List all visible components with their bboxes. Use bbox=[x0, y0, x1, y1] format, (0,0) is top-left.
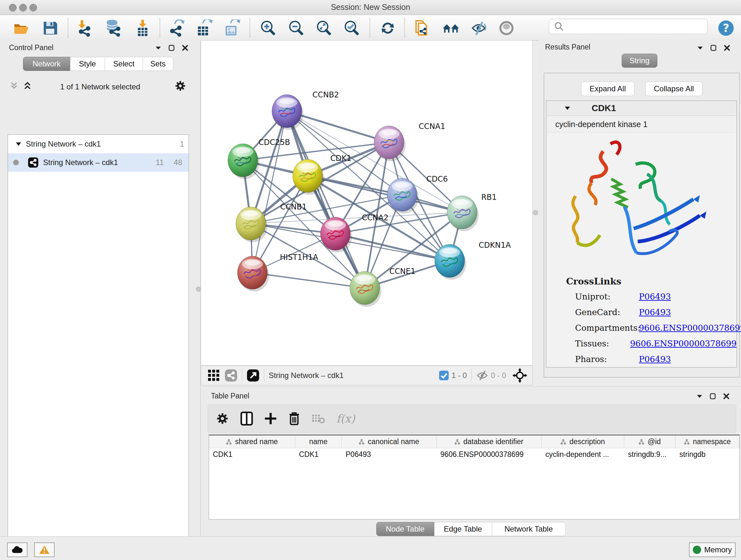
table-cell[interactable]: cyclin-dependent ... bbox=[542, 448, 624, 460]
network-row[interactable]: String Network – cdk1 11 48 bbox=[8, 153, 189, 172]
show-columns-icon[interactable] bbox=[240, 411, 253, 426]
table-cell[interactable]: P06493 bbox=[342, 448, 436, 460]
fit-selected-crosshair-icon[interactable] bbox=[513, 368, 527, 383]
delete-column-icon[interactable] bbox=[288, 412, 300, 426]
column-header-canonical-name[interactable]: canonical name bbox=[342, 435, 436, 448]
left-splitter-handle[interactable] bbox=[196, 287, 201, 292]
table-cell[interactable]: stringdb:9... bbox=[624, 448, 676, 460]
import-table-button[interactable] bbox=[134, 19, 151, 37]
tab-select[interactable]: Select bbox=[105, 57, 143, 71]
crosslink-row: GeneCard:P06493 bbox=[575, 307, 737, 317]
network-collection-row[interactable]: String Network – cdk1 1 bbox=[8, 135, 189, 153]
export-network-button[interactable] bbox=[168, 19, 185, 37]
node-RB1[interactable] bbox=[447, 196, 479, 231]
table-panel: Table Panel bbox=[201, 386, 741, 537]
tab-string[interactable]: String bbox=[622, 54, 657, 68]
hidden-eye-icon[interactable] bbox=[476, 370, 488, 381]
birds-eye-grid-icon[interactable] bbox=[207, 369, 220, 382]
crosslink-link[interactable]: P06493 bbox=[639, 292, 671, 301]
import-network-file-button[interactable] bbox=[77, 19, 94, 37]
tab-network-table[interactable]: Network Table bbox=[492, 522, 566, 536]
expand-all-button[interactable]: Expand All bbox=[581, 81, 634, 96]
memory-button[interactable]: Memory bbox=[689, 543, 736, 557]
table-cell[interactable]: 9606.ENSP00000378699 bbox=[436, 448, 542, 460]
column-header-shared-name[interactable]: shared name bbox=[209, 435, 295, 448]
network-options-gear-icon[interactable] bbox=[174, 80, 186, 93]
panel-close-icon[interactable] bbox=[724, 45, 730, 51]
column-header-namespace[interactable]: namespace bbox=[676, 435, 739, 448]
node-CCNE1[interactable] bbox=[350, 271, 381, 307]
column-header-name[interactable]: name bbox=[295, 435, 342, 448]
open-session-button[interactable] bbox=[13, 19, 30, 37]
string-badge-icon[interactable] bbox=[225, 369, 238, 382]
table-cell[interactable]: CDK1 bbox=[295, 448, 342, 460]
function-builder-button[interactable]: f(x) bbox=[336, 412, 355, 425]
panel-float-icon[interactable] bbox=[710, 393, 716, 399]
tab-edge-table[interactable]: Edge Table bbox=[434, 522, 492, 536]
zoom-out-button[interactable] bbox=[287, 19, 305, 37]
edge-count: 48 bbox=[174, 158, 182, 167]
network-canvas[interactable]: CCNB2CCNA1CDC25BCDK1CDC6RB1CCNB1CCNA2CDK… bbox=[201, 40, 533, 366]
table-row[interactable]: CDK1CDK1P064939606.ENSP00000378699cyclin… bbox=[209, 448, 739, 460]
node-CCNB2[interactable] bbox=[272, 95, 304, 130]
crosslink-link[interactable]: 9606.ENSP00000378699 bbox=[630, 339, 737, 348]
panel-menu-icon[interactable] bbox=[155, 46, 161, 50]
string-glass-toggle-button[interactable] bbox=[470, 19, 487, 37]
collapse-all-button[interactable]: Collapse All bbox=[645, 81, 702, 96]
column-header-database-identifier[interactable]: database identifier bbox=[436, 435, 542, 448]
node-CCNA1[interactable] bbox=[374, 126, 406, 161]
tab-sets[interactable]: Sets bbox=[143, 57, 173, 71]
refresh-layout-button[interactable] bbox=[379, 19, 396, 37]
cloud-button[interactable] bbox=[7, 543, 27, 557]
node-CDK1[interactable] bbox=[293, 159, 324, 195]
zoom-in-button[interactable] bbox=[259, 19, 276, 37]
collapse-triangle-icon[interactable] bbox=[16, 142, 21, 146]
column-header-description[interactable]: description bbox=[542, 435, 624, 448]
node-CCNA2[interactable] bbox=[320, 217, 352, 253]
panel-close-icon[interactable] bbox=[182, 45, 188, 51]
floppy-disk-icon bbox=[42, 20, 58, 37]
warnings-button[interactable] bbox=[34, 543, 55, 557]
panel-menu-icon[interactable] bbox=[697, 46, 703, 50]
zoom-selected-button[interactable] bbox=[343, 19, 360, 37]
node-label-CCNB1: CCNB1 bbox=[280, 202, 307, 211]
right-splitter-handle[interactable] bbox=[533, 210, 538, 215]
crosslink-link[interactable]: P06493 bbox=[639, 307, 671, 317]
node-CDKN1A[interactable] bbox=[434, 244, 466, 280]
zoom-fit-icon bbox=[315, 19, 332, 37]
export-table-button[interactable] bbox=[195, 19, 212, 37]
tab-network[interactable]: Network bbox=[23, 57, 70, 71]
edge-HIST1H1A-CCNE1[interactable] bbox=[253, 273, 365, 288]
import-network-database-button[interactable] bbox=[105, 19, 122, 37]
crosslink-link[interactable]: 9606.ENSP00000378699 bbox=[639, 323, 741, 333]
help-button[interactable]: ? bbox=[718, 19, 735, 37]
string-import-button[interactable] bbox=[414, 19, 431, 37]
save-session-button[interactable] bbox=[42, 19, 59, 37]
export-image-button[interactable] bbox=[223, 19, 240, 37]
section-collapse-icon[interactable] bbox=[564, 106, 570, 111]
search-field[interactable] bbox=[549, 19, 708, 34]
node-HIST1H1A[interactable] bbox=[238, 256, 269, 292]
search-input[interactable] bbox=[567, 22, 708, 31]
network-view-toolbar: String Network – cdk1 1 - 0 0 - 0 bbox=[201, 366, 533, 385]
panel-float-icon[interactable] bbox=[169, 45, 175, 51]
string-sphere-button[interactable] bbox=[498, 19, 515, 37]
open-view-icon[interactable] bbox=[247, 369, 259, 382]
crosslink-link[interactable]: P06493 bbox=[639, 354, 671, 364]
delete-table-icon[interactable] bbox=[312, 413, 326, 424]
table-settings-gear-icon[interactable] bbox=[216, 412, 229, 425]
table-cell[interactable]: stringdb bbox=[676, 448, 739, 460]
panel-menu-icon[interactable] bbox=[696, 394, 703, 398]
column-header-@id[interactable]: @id bbox=[624, 435, 676, 448]
table-cell[interactable]: CDK1 bbox=[209, 448, 295, 460]
add-column-icon[interactable] bbox=[264, 412, 277, 425]
import-network-icon bbox=[77, 19, 94, 37]
zoom-fit-button[interactable] bbox=[315, 19, 332, 37]
node-CDC25B[interactable] bbox=[228, 144, 259, 179]
panel-close-icon[interactable] bbox=[723, 393, 730, 399]
selected-checkbox-icon[interactable] bbox=[439, 370, 449, 381]
tab-node-table[interactable]: Node Table bbox=[376, 522, 434, 536]
string-home-button[interactable] bbox=[442, 19, 460, 37]
tab-style[interactable]: Style bbox=[70, 57, 105, 71]
panel-float-icon[interactable] bbox=[711, 45, 717, 51]
